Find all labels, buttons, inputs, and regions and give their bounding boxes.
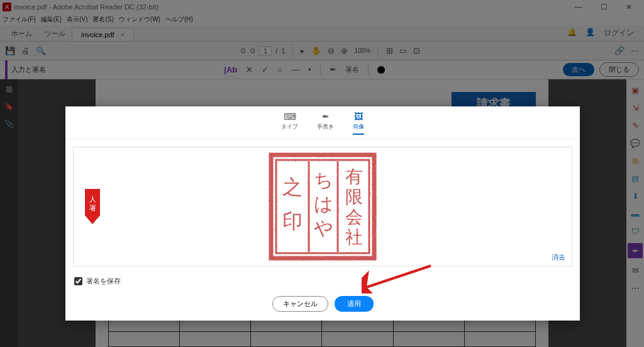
svg-text:や: や (314, 217, 333, 238)
svg-text:は: は (314, 193, 333, 214)
signature-tab-type[interactable]: ⌨ タイプ (281, 111, 298, 135)
cancel-button[interactable]: キャンセル (272, 296, 328, 312)
pen-icon: ✒︎ (322, 111, 330, 122)
signature-tab-image[interactable]: 🖼 画像 (353, 111, 364, 135)
apply-button[interactable]: 適用 (335, 296, 374, 312)
save-signature-label: 署名を保存 (86, 276, 121, 286)
signature-tab-type-label: タイプ (281, 123, 298, 131)
save-signature-checkbox[interactable]: 署名を保存 (65, 274, 580, 292)
save-signature-input[interactable] (74, 277, 82, 285)
svg-text:印: 印 (282, 210, 303, 232)
svg-text:会: 会 (345, 207, 363, 227)
keyboard-icon: ⌨ (284, 111, 296, 122)
svg-text:ち: ち (314, 169, 333, 190)
signature-mode-tabs: ⌨ タイプ ✒︎ 手書き 🖼 画像 (65, 106, 580, 139)
svg-text:有: 有 (345, 167, 363, 186)
clear-signature-link[interactable]: 消去 (552, 253, 565, 262)
signature-dialog: ⌨ タイプ ✒︎ 手書き 🖼 画像 人 署 (65, 106, 580, 321)
signature-tab-image-label: 画像 (353, 123, 364, 131)
signature-tab-draw[interactable]: ✒︎ 手書き (317, 111, 334, 135)
svg-text:之: 之 (282, 176, 303, 198)
svg-text:人: 人 (89, 195, 96, 203)
signature-marker-icon: 人 署 (85, 189, 100, 224)
image-icon: 🖼 (354, 111, 363, 122)
signature-tab-draw-label: 手書き (317, 123, 334, 131)
svg-text:限: 限 (345, 187, 363, 207)
svg-text:署: 署 (89, 204, 96, 212)
signature-stamp-image: 有 限 会 社 ち は や 之 印 (267, 152, 378, 261)
signature-canvas[interactable]: 人 署 有 限 会 社 (73, 147, 572, 266)
svg-text:社: 社 (345, 227, 363, 247)
